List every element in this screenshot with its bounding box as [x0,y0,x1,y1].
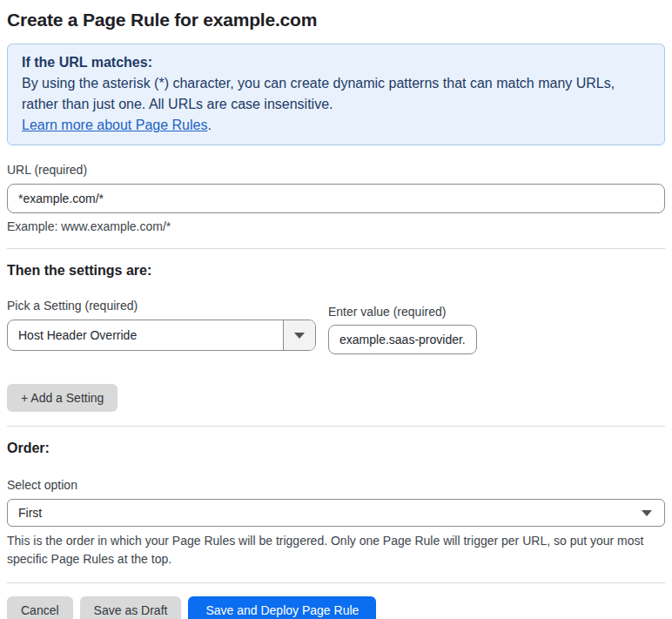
url-input[interactable] [7,184,665,213]
create-page-rule-form: Create a Page Rule for example.com If th… [0,0,672,619]
url-match-info-box: If the URL matches: By using the asteris… [7,44,665,145]
url-example-text: Example: www.example.com/* [7,219,665,234]
cancel-button[interactable]: Cancel [7,596,73,619]
caret-down-icon [294,333,305,339]
setting-dropdown[interactable]: Host Header Override [7,320,316,351]
footer-actions: Cancel Save as Draft Save and Deploy Pag… [7,596,665,619]
order-select-value: First [18,506,42,520]
order-select-label: Select option [7,478,665,493]
order-help-text: This is the order in which your Page Rul… [7,532,665,569]
divider [7,426,665,427]
page-title: Create a Page Rule for example.com [7,9,665,31]
link-suffix: . [207,118,211,132]
setting-row: Pick a Setting (required) Host Header Ov… [7,299,665,354]
order-select[interactable]: First [7,499,665,527]
settings-section-heading: Then the settings are: [7,262,665,279]
url-field-label: URL (required) [7,163,665,178]
learn-more-link[interactable]: Learn more about Page Rules [22,118,207,132]
caret-down-icon [642,510,652,516]
setting-value-input[interactable] [328,325,477,354]
divider [7,248,665,249]
setting-picker-column: Pick a Setting (required) Host Header Ov… [7,299,316,354]
info-box-body: By using the asterisk (*) character, you… [22,73,650,115]
info-box-link-line: Learn more about Page Rules. [22,115,650,136]
save-as-draft-button[interactable]: Save as Draft [80,596,182,619]
divider [7,582,665,583]
save-and-deploy-button[interactable]: Save and Deploy Page Rule [188,596,376,619]
setting-value-label: Enter value (required) [328,305,477,320]
order-section-heading: Order: [7,440,665,457]
add-setting-button[interactable]: + Add a Setting [7,384,118,412]
setting-value-column: Enter value (required) [328,305,477,354]
setting-dropdown-value: Host Header Override [8,320,283,350]
setting-picker-label: Pick a Setting (required) [7,299,316,313]
info-box-heading: If the URL matches: [22,52,650,73]
setting-dropdown-arrow[interactable] [283,320,315,350]
